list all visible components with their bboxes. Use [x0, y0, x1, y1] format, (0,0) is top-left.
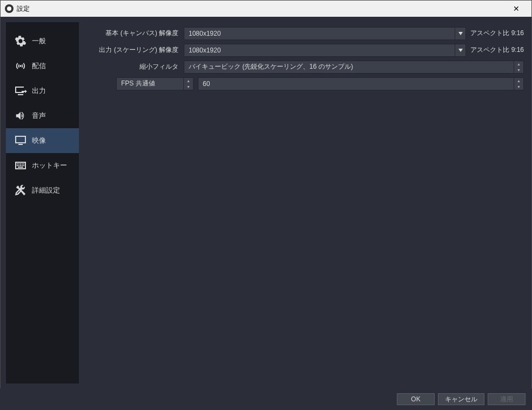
- sidebar-item-general[interactable]: 一般: [6, 29, 79, 54]
- sidebar-item-stream[interactable]: 配信: [6, 54, 79, 78]
- close-button[interactable]: ✕: [506, 1, 527, 17]
- output-icon: [14, 84, 28, 98]
- chevron-down-icon: ▼: [514, 84, 523, 90]
- app-icon: [5, 4, 14, 13]
- chevron-down-icon: ▼: [184, 84, 193, 90]
- output-aspect-label: アスペクト比 9:16: [470, 45, 524, 55]
- ok-button[interactable]: OK: [397, 393, 435, 405]
- chevron-up-icon: ▲: [514, 78, 523, 84]
- filter-label: 縮小フィルタ: [87, 62, 184, 71]
- base-resolution-dropdown[interactable]: [455, 27, 466, 40]
- sidebar-label: 出力: [32, 86, 46, 96]
- chevron-down-icon: [458, 32, 463, 35]
- base-aspect-label: アスペクト比 9:16: [470, 29, 524, 38]
- fps-type-spinner[interactable]: ▲ ▼: [184, 77, 194, 90]
- chevron-up-icon: ▲: [184, 78, 193, 84]
- fps-type-select[interactable]: FPS 共通値: [116, 77, 184, 90]
- chevron-down-icon: ▼: [514, 67, 523, 73]
- sidebar: 一般 配信 出力 音声 映像: [6, 22, 79, 383]
- content-panel: 基本 (キャンバス) 解像度 1080x1920 アスペクト比 9:16 出力 …: [79, 17, 531, 389]
- titlebar: 設定 ✕: [1, 1, 531, 17]
- output-resolution-dropdown[interactable]: [455, 44, 466, 57]
- fps-value-spinner[interactable]: ▲ ▼: [514, 77, 524, 90]
- filter-spinner[interactable]: ▲ ▼: [514, 61, 524, 74]
- sidebar-label: 一般: [32, 36, 46, 46]
- keyboard-icon: [14, 158, 28, 173]
- sidebar-label: 音声: [32, 111, 46, 121]
- base-resolution-label: 基本 (キャンバス) 解像度: [87, 29, 184, 38]
- sidebar-label: ホットキー: [32, 161, 67, 170]
- sidebar-label: 配信: [32, 61, 46, 71]
- chevron-down-icon: [458, 49, 463, 52]
- sidebar-label: 映像: [32, 136, 46, 146]
- sidebar-item-output[interactable]: 出力: [6, 78, 79, 103]
- sidebar-item-audio[interactable]: 音声: [6, 103, 79, 128]
- chevron-up-icon: ▲: [514, 61, 523, 67]
- cancel-button[interactable]: キャンセル: [438, 393, 484, 405]
- fps-value-select[interactable]: 60: [198, 77, 514, 90]
- monitor-icon: [14, 134, 28, 148]
- sidebar-item-video[interactable]: 映像: [6, 128, 79, 153]
- base-resolution-input[interactable]: 1080x1920: [184, 27, 455, 40]
- window-title: 設定: [17, 4, 506, 14]
- filter-select[interactable]: バイキュービック (先鋭化スケーリング、16 のサンプル): [184, 61, 514, 74]
- tools-icon: [14, 183, 28, 197]
- sidebar-item-advanced[interactable]: 詳細設定: [6, 178, 79, 203]
- apply-button[interactable]: 適用: [488, 393, 526, 405]
- output-resolution-label: 出力 (スケーリング) 解像度: [87, 45, 184, 55]
- sidebar-item-hotkeys[interactable]: ホットキー: [6, 153, 79, 178]
- antenna-icon: [14, 59, 28, 73]
- sidebar-label: 詳細設定: [32, 186, 60, 195]
- output-resolution-input[interactable]: 1080x1920: [184, 44, 455, 57]
- footer: OK キャンセル 適用: [0, 388, 532, 410]
- speaker-icon: [14, 109, 28, 123]
- gear-icon: [14, 34, 28, 48]
